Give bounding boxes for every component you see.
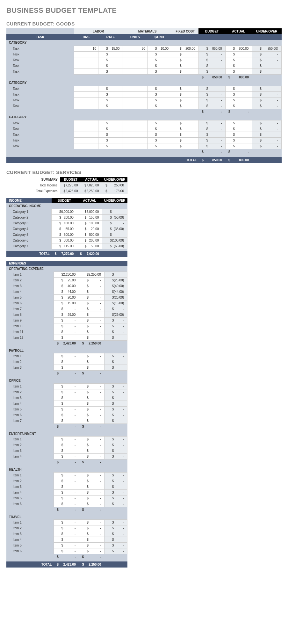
money-cell[interactable]: $29.00	[54, 312, 79, 317]
money-cell[interactable]: $-	[54, 323, 79, 329]
money-cell[interactable]: $-	[79, 472, 104, 478]
money-cell[interactable]: $-	[79, 401, 104, 406]
money-cell[interactable]: $	[98, 120, 123, 126]
money-cell[interactable]: $	[147, 51, 172, 57]
money-cell[interactable]: $-	[79, 525, 104, 531]
money-cell[interactable]: $	[172, 120, 198, 126]
money-cell[interactable]: $44.00	[54, 289, 79, 294]
money-cell[interactable]: $-	[79, 543, 104, 548]
input-cell[interactable]: 10	[74, 46, 98, 51]
money-cell[interactable]: $6,000.00	[52, 209, 77, 214]
input-cell[interactable]	[74, 137, 98, 143]
money-cell[interactable]: $-	[79, 317, 104, 323]
money-cell[interactable]: $-	[54, 306, 79, 312]
money-cell[interactable]: $150.00	[77, 214, 102, 220]
money-cell[interactable]: $	[98, 132, 123, 137]
money-cell[interactable]: $	[147, 69, 172, 74]
money-cell[interactable]: $-	[54, 478, 79, 484]
money-cell[interactable]: $-	[79, 383, 104, 389]
money-cell[interactable]: $-	[79, 353, 104, 359]
money-cell[interactable]: $-	[54, 495, 79, 501]
money-cell[interactable]: $-	[79, 484, 104, 489]
money-cell[interactable]: $500.00	[77, 232, 102, 237]
money-cell[interactable]: $-	[54, 365, 79, 371]
input-cell[interactable]	[74, 51, 98, 57]
money-cell[interactable]: $	[225, 63, 252, 69]
input-cell[interactable]	[123, 143, 148, 149]
money-cell[interactable]: $-	[79, 442, 104, 448]
money-cell[interactable]: $	[147, 143, 172, 149]
money-cell[interactable]: $-	[54, 383, 79, 389]
money-cell[interactable]: $	[225, 97, 252, 103]
money-cell[interactable]: $15.00	[98, 46, 123, 51]
input-cell[interactable]: 50	[123, 46, 148, 51]
money-cell[interactable]: $2,250.00	[54, 271, 79, 277]
money-cell[interactable]: $	[172, 143, 198, 149]
input-cell[interactable]	[123, 86, 148, 91]
money-cell[interactable]: $-	[54, 548, 79, 554]
money-cell[interactable]: $-	[79, 531, 104, 537]
money-cell[interactable]: $-	[79, 300, 104, 306]
money-cell[interactable]: $10.00	[147, 46, 172, 51]
money-cell[interactable]: $-	[54, 543, 79, 548]
money-cell[interactable]: $-	[79, 448, 104, 454]
money-cell[interactable]: $-	[79, 501, 104, 507]
money-cell[interactable]: $300.00	[52, 237, 77, 243]
money-cell[interactable]: $	[225, 69, 252, 74]
money-cell[interactable]: $	[225, 132, 252, 137]
money-cell[interactable]: $40.00	[54, 283, 79, 289]
money-cell[interactable]: $-	[79, 365, 104, 371]
money-cell[interactable]: $15.00	[54, 300, 79, 306]
input-cell[interactable]	[74, 103, 98, 109]
money-cell[interactable]: $-	[54, 537, 79, 543]
money-cell[interactable]: $	[225, 143, 252, 149]
input-cell[interactable]	[74, 63, 98, 69]
money-cell[interactable]: $-	[79, 277, 104, 283]
money-cell[interactable]: $-	[54, 401, 79, 406]
input-cell[interactable]	[74, 97, 98, 103]
money-cell[interactable]: $	[172, 137, 198, 143]
input-cell[interactable]	[74, 86, 98, 91]
money-cell[interactable]: $-	[79, 329, 104, 335]
money-cell[interactable]: $	[147, 91, 172, 97]
money-cell[interactable]: $	[98, 126, 123, 132]
money-cell[interactable]: $-	[54, 406, 79, 412]
money-cell[interactable]: $-	[79, 389, 104, 395]
money-cell[interactable]: $-	[79, 323, 104, 329]
money-cell[interactable]: $	[98, 91, 123, 97]
money-cell[interactable]: $-	[54, 437, 79, 442]
money-cell[interactable]: $	[225, 103, 252, 109]
money-cell[interactable]: $100.00	[77, 220, 102, 226]
money-cell[interactable]: $-	[54, 412, 79, 418]
money-cell[interactable]: $	[172, 103, 198, 109]
money-cell[interactable]: $	[225, 91, 252, 97]
money-cell[interactable]: $-	[79, 412, 104, 418]
money-cell[interactable]: $	[147, 97, 172, 103]
input-cell[interactable]	[74, 126, 98, 132]
money-cell[interactable]: $-	[54, 484, 79, 489]
money-cell[interactable]: $-	[79, 418, 104, 423]
money-cell[interactable]: $	[225, 51, 252, 57]
money-cell[interactable]: $800.00	[225, 46, 252, 51]
money-cell[interactable]: $	[147, 103, 172, 109]
money-cell[interactable]: $-	[79, 283, 104, 289]
money-cell[interactable]: $-	[79, 437, 104, 442]
money-cell[interactable]: $-	[54, 335, 79, 340]
input-cell[interactable]	[74, 143, 98, 149]
money-cell[interactable]: $	[98, 69, 123, 74]
money-cell[interactable]: $500.00	[52, 232, 77, 237]
input-cell[interactable]	[74, 57, 98, 63]
money-cell[interactable]: $-	[79, 520, 104, 525]
money-cell[interactable]: $-	[54, 389, 79, 395]
money-cell[interactable]: $115.00	[52, 243, 77, 249]
money-cell[interactable]: $	[98, 137, 123, 143]
money-cell[interactable]: $	[147, 137, 172, 143]
money-cell[interactable]: $	[172, 132, 198, 137]
money-cell[interactable]: $-	[79, 537, 104, 543]
input-cell[interactable]	[123, 132, 148, 137]
money-cell[interactable]: $20.00	[54, 294, 79, 300]
money-cell[interactable]: $	[147, 86, 172, 91]
money-cell[interactable]: $	[172, 91, 198, 97]
money-cell[interactable]: $	[147, 57, 172, 63]
money-cell[interactable]: $-	[54, 520, 79, 525]
